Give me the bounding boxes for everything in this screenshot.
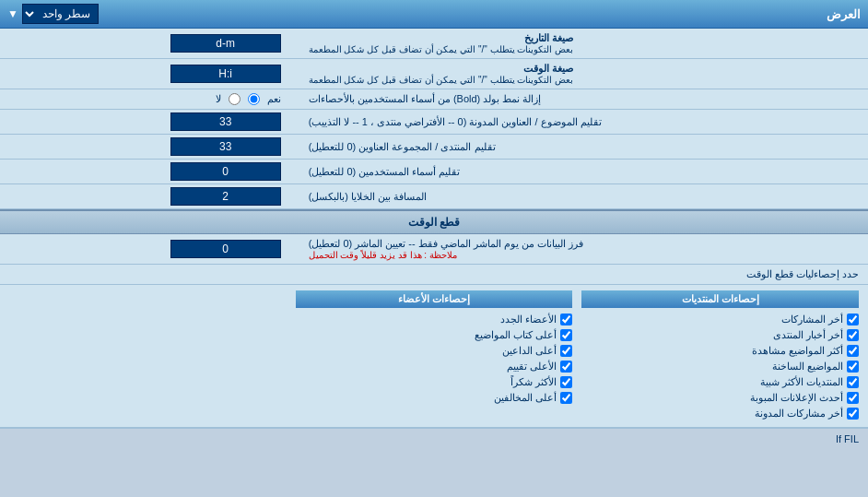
posts-checkbox-6[interactable] — [847, 408, 859, 420]
bold-yes-radio[interactable] — [248, 93, 260, 105]
list-item: المنتديات الأكثر شبية — [581, 374, 859, 390]
bold-no-radio[interactable] — [229, 93, 240, 105]
trim-usernames-input[interactable] — [170, 162, 281, 181]
list-item: أخر أخبار المنتدى — [581, 327, 859, 343]
cell-spacing-label: المسافة بين الخلايا (بالبكسل) — [309, 191, 428, 203]
limit-stats-label: حدد إحصاءليات قطع الوقت — [746, 268, 859, 279]
posts-item-label-5: أحدث الإعلانات المبوبة — [750, 392, 843, 404]
list-item: المواضيع الساخنة — [581, 359, 859, 374]
trim-topics-label: تقليم الموضوع / العناوين المدونة (0 -- ا… — [309, 116, 602, 128]
list-item: أخر المشاركات — [581, 312, 859, 327]
posts-checkbox-5[interactable] — [847, 392, 859, 404]
time-cut-title: قطع الوقت — [408, 216, 460, 229]
posts-checkbox-1[interactable] — [847, 329, 859, 341]
members-item-label-4: الأكثر شكراً — [510, 376, 557, 388]
posts-item-label-6: أخر مشاركات المدونة — [755, 408, 843, 420]
trim-forum-label: تقليم المنتدى / المجموعة العناوين (0 للت… — [309, 141, 496, 153]
list-item: أحدث الإعلانات المبوبة — [581, 390, 859, 406]
list-item: أكثر المواضيع مشاهدة — [581, 343, 859, 359]
list-item: أعلى الداعين — [296, 343, 573, 359]
members-item-label-3: الأعلى تقييم — [507, 361, 557, 373]
posts-item-label-0: أخر المشاركات — [781, 314, 843, 325]
trim-topics-input[interactable] — [170, 112, 281, 131]
cell-spacing-input[interactable] — [170, 187, 281, 206]
members-item-label-0: الأعضاء الجدد — [500, 314, 557, 325]
posts-checkbox-0[interactable] — [847, 314, 859, 325]
list-item: الأعلى تقييم — [296, 359, 573, 374]
trim-forum-input[interactable] — [170, 137, 281, 156]
display-select[interactable]: سطر واحد سطرين ثلاثة أسطر — [22, 4, 99, 24]
time-format-sublabel: بعض التكوينات يتطلب "/" التي يمكن أن تضا… — [309, 75, 573, 85]
time-format-input[interactable] — [170, 65, 281, 83]
list-item: أعلى كتاب المواضيع — [296, 327, 573, 343]
trim-usernames-label: تقليم أسماء المستخدمين (0 للتعطيل) — [309, 166, 461, 178]
date-format-sublabel: بعض التكوينات يتطلب "/" التي يمكن أن تضا… — [309, 44, 573, 54]
members-checkbox-2[interactable] — [560, 345, 572, 357]
members-checkbox-1[interactable] — [560, 329, 572, 341]
time-format-label: صيغة الوقت — [309, 63, 573, 75]
members-checkbox-5[interactable] — [560, 392, 572, 404]
members-item-label-1: أعلى كتاب المواضيع — [475, 329, 557, 341]
select-arrow-icon: ▼ — [7, 7, 18, 20]
footer-note: If FIL — [836, 433, 859, 444]
time-cut-input[interactable] — [170, 240, 281, 258]
date-format-input[interactable] — [170, 34, 281, 53]
members-checkbox-3[interactable] — [560, 361, 572, 373]
posts-checkbox-3[interactable] — [847, 361, 859, 373]
members-item-label-5: أعلى المخالفين — [494, 392, 557, 404]
list-item: أخر مشاركات المدونة — [581, 406, 859, 421]
members-item-label-2: أعلى الداعين — [502, 345, 557, 357]
members-stats-title: إحصاءات الأعضاء — [398, 293, 470, 304]
bold-remove-label: إزالة نمط بولد (Bold) من أسماء المستخدمي… — [309, 93, 542, 105]
time-cut-label: فرز البيانات من يوم الماشر الماضي فقط --… — [309, 238, 583, 250]
posts-item-label-3: المواضيع الساخنة — [772, 361, 843, 373]
posts-checkbox-2[interactable] — [847, 345, 859, 357]
posts-item-label-4: المنتديات الأكثر شبية — [760, 376, 843, 388]
section-title: العرض — [827, 7, 861, 21]
bold-yes-label: نعم — [267, 93, 281, 105]
bold-no-label: لا — [216, 93, 221, 105]
list-item: أعلى المخالفين — [296, 390, 573, 406]
posts-item-label-2: أكثر المواضيع مشاهدة — [752, 345, 843, 357]
posts-checkbox-4[interactable] — [847, 376, 859, 388]
members-checkbox-0[interactable] — [560, 314, 572, 325]
list-item: الأعضاء الجدد — [296, 312, 573, 327]
posts-item-label-1: أخر أخبار المنتدى — [773, 329, 843, 341]
list-item: الأكثر شكراً — [296, 374, 573, 390]
members-checkbox-4[interactable] — [560, 376, 572, 388]
date-format-label: صيغة التاريخ — [309, 32, 573, 44]
time-cut-note: ملاحظة : هذا قد يزيد قليلاً وقت التحميل — [309, 250, 457, 260]
posts-stats-title: إحصاءات المنتديات — [682, 293, 759, 304]
